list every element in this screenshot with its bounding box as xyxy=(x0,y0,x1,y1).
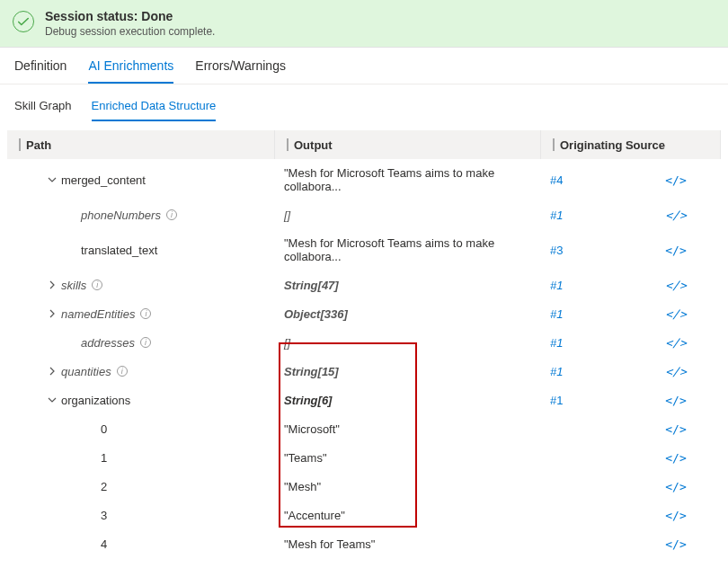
source-cell: #1 xyxy=(541,201,649,229)
output-cell: String[15] xyxy=(275,358,541,386)
action-cell: </> xyxy=(649,358,703,386)
table-row: translated_text"Mesh for Microsoft Teams… xyxy=(7,229,721,271)
table-row: 1"Teams"</> xyxy=(7,443,721,472)
code-icon[interactable]: </> xyxy=(665,307,686,321)
output-cell: String[47] xyxy=(275,271,541,299)
code-icon[interactable]: </> xyxy=(665,279,686,292)
path-cell: 4 xyxy=(7,530,275,558)
action-cell: </> xyxy=(649,166,703,194)
tab-ai-enrichments[interactable]: AI Enrichments xyxy=(88,58,173,84)
action-cell: </> xyxy=(649,236,703,264)
table-row: 3"Accenture"</> xyxy=(7,501,721,529)
path-cell: quantitiesi xyxy=(7,358,275,386)
path-cell: phoneNumbersi xyxy=(7,201,275,229)
data-table: Path Output Originating Source merged_co… xyxy=(0,121,728,568)
header-source[interactable]: Originating Source xyxy=(541,130,721,159)
code-icon[interactable]: </> xyxy=(665,394,686,407)
source-cell: #4 xyxy=(541,166,649,194)
subtab-skill-graph[interactable]: Skill Graph xyxy=(14,99,72,121)
path-label: skills xyxy=(61,279,86,292)
chevron-right-icon[interactable] xyxy=(47,280,58,290)
code-icon[interactable]: </> xyxy=(665,451,686,465)
tab-definition[interactable]: Definition xyxy=(14,58,67,84)
path-cell: 0 xyxy=(7,415,275,443)
output-value: "Mesh for Microsoft Teams aims to make c… xyxy=(284,166,532,193)
path-label: namedEntities xyxy=(61,307,135,321)
action-cell: </> xyxy=(649,501,703,529)
header-path[interactable]: Path xyxy=(7,130,275,159)
action-cell: </> xyxy=(649,473,703,501)
output-value: "Teams" xyxy=(284,451,327,465)
session-status-bar: Session status: Done Debug session execu… xyxy=(0,0,728,48)
action-cell: </> xyxy=(649,444,703,472)
code-icon[interactable]: </> xyxy=(665,480,686,493)
path-label: organizations xyxy=(61,394,130,407)
path-label: merged_content xyxy=(61,173,146,187)
code-icon[interactable]: </> xyxy=(665,537,686,551)
header-output[interactable]: Output xyxy=(275,130,541,159)
path-label: 2 xyxy=(101,480,107,493)
path-cell: namedEntitiesi xyxy=(7,300,275,328)
path-label: 1 xyxy=(101,451,107,465)
path-label: quantities xyxy=(61,365,111,378)
source-cell: #3 xyxy=(541,236,649,264)
table-row: 4"Mesh for Teams"</> xyxy=(7,529,721,558)
code-icon[interactable]: </> xyxy=(665,244,686,257)
source-cell xyxy=(541,422,649,436)
action-cell: </> xyxy=(649,415,703,443)
table-row: 5"Twitter"</> xyxy=(7,558,721,568)
info-icon[interactable]: i xyxy=(166,209,177,220)
code-icon[interactable]: </> xyxy=(665,422,686,436)
chevron-right-icon[interactable] xyxy=(47,308,58,319)
output-value: "Accenture" xyxy=(284,509,345,522)
action-cell: </> xyxy=(649,201,703,229)
table-row: merged_content"Mesh for Microsoft Teams … xyxy=(7,159,721,200)
source-link[interactable]: #3 xyxy=(550,244,563,257)
info-icon[interactable]: i xyxy=(117,366,128,377)
code-icon[interactable]: </> xyxy=(665,365,686,378)
source-link[interactable]: #1 xyxy=(550,209,563,222)
source-link[interactable]: #1 xyxy=(550,365,563,378)
path-cell: organizations xyxy=(7,386,275,414)
info-icon[interactable]: i xyxy=(140,337,151,348)
action-cell: </> xyxy=(649,530,703,558)
status-subtitle: Debug session execution complete. xyxy=(45,25,215,38)
path-cell: translated_text xyxy=(7,236,275,264)
source-link[interactable]: #1 xyxy=(550,279,563,292)
action-cell: </> xyxy=(649,300,703,328)
chevron-down-icon[interactable] xyxy=(47,395,58,405)
table-row: quantitiesiString[15]#1</> xyxy=(7,357,721,386)
info-icon[interactable]: i xyxy=(140,308,151,319)
output-cell: "Twitter" xyxy=(275,559,541,569)
output-value: [] xyxy=(284,336,290,350)
action-cell: </> xyxy=(649,271,703,299)
source-cell: #1 xyxy=(541,329,649,357)
code-icon[interactable]: </> xyxy=(665,209,686,222)
chevron-right-icon[interactable] xyxy=(47,366,58,377)
source-link[interactable]: #1 xyxy=(550,336,563,350)
chevron-down-icon[interactable] xyxy=(47,174,58,185)
output-cell: [] xyxy=(275,201,541,229)
code-icon[interactable]: </> xyxy=(665,173,686,187)
source-link[interactable]: #1 xyxy=(550,307,563,321)
source-cell xyxy=(541,479,649,493)
path-label: 4 xyxy=(101,537,107,551)
path-label: 3 xyxy=(101,509,107,522)
output-value: "Mesh for Microsoft Teams aims to make c… xyxy=(284,236,532,263)
code-icon[interactable]: </> xyxy=(665,509,686,522)
table-row: organizationsString[6]#1</> xyxy=(7,386,721,414)
path-cell: merged_content xyxy=(7,166,275,194)
path-cell: 5 xyxy=(7,559,275,569)
tab-errors-warnings[interactable]: Errors/Warnings xyxy=(195,58,286,84)
source-cell: #1 xyxy=(541,386,649,414)
output-value: [] xyxy=(284,209,290,222)
source-link[interactable]: #4 xyxy=(550,173,563,187)
source-cell: #1 xyxy=(541,358,649,386)
code-icon[interactable]: </> xyxy=(665,336,686,350)
source-link[interactable]: #1 xyxy=(550,394,563,407)
info-icon[interactable]: i xyxy=(92,280,102,290)
output-cell: "Mesh for Microsoft Teams aims to make c… xyxy=(275,159,541,200)
table-row: addressesi[]#1</> xyxy=(7,328,721,357)
subtab-enriched-data-structure[interactable]: Enriched Data Structure xyxy=(92,99,217,121)
output-cell: [] xyxy=(275,329,541,357)
